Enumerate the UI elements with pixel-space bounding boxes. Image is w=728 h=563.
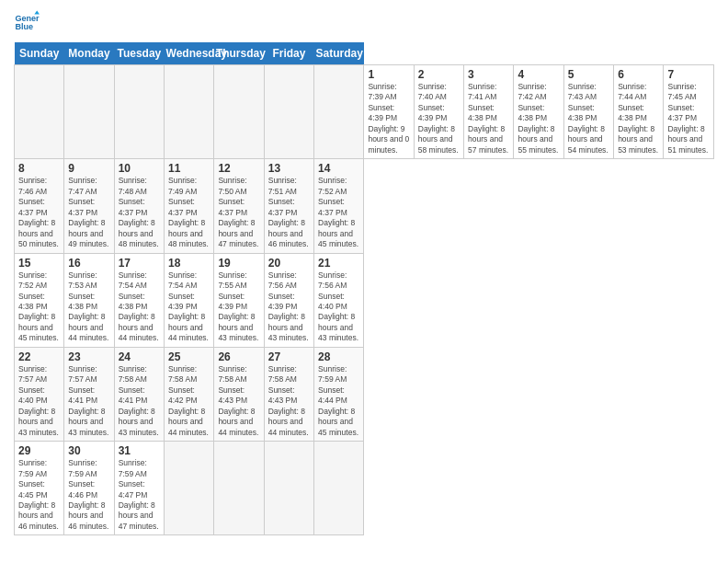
calendar-cell: 14Sunrise: 7:52 AMSunset: 4:37 PMDayligh… [314,159,364,253]
calendar-cell [15,65,64,159]
calendar-cell: 24Sunrise: 7:58 AMSunset: 4:41 PMDayligh… [114,347,164,441]
calendar-cell: 11Sunrise: 7:49 AMSunset: 4:37 PMDayligh… [165,159,214,253]
cell-day-number: 1 [368,68,409,81]
cell-info: Sunrise: 7:42 AMSunset: 4:38 PMDaylight:… [518,82,559,155]
cell-info: Sunrise: 7:58 AMSunset: 4:41 PMDaylight:… [119,364,160,438]
calendar-cell: 23Sunrise: 7:57 AMSunset: 4:41 PMDayligh… [64,347,114,441]
calendar-cell [64,65,114,159]
week-row-4: 22Sunrise: 7:57 AMSunset: 4:40 PMDayligh… [15,347,714,441]
calendar-cell: 18Sunrise: 7:54 AMSunset: 4:39 PMDayligh… [165,253,214,347]
cell-day-number: 31 [119,444,160,457]
cell-info: Sunrise: 7:56 AMSunset: 4:40 PMDaylight:… [318,270,359,344]
cell-day-number: 23 [68,350,109,363]
cell-day-number: 12 [218,162,259,175]
calendar-cell: 21Sunrise: 7:56 AMSunset: 4:40 PMDayligh… [314,253,364,347]
calendar-cell: 7Sunrise: 7:45 AMSunset: 4:37 PMDaylight… [664,65,714,159]
cell-info: Sunrise: 7:45 AMSunset: 4:37 PMDaylight:… [667,82,710,155]
calendar-cell: 29Sunrise: 7:59 AMSunset: 4:45 PMDayligh… [15,442,64,535]
cell-day-number: 20 [268,257,310,270]
cell-info: Sunrise: 7:59 AMSunset: 4:46 PMDaylight:… [68,458,109,532]
day-header-friday: Friday [264,42,313,65]
calendar-cell: 9Sunrise: 7:47 AMSunset: 4:37 PMDaylight… [64,159,114,253]
cell-day-number: 18 [168,257,210,270]
cell-day-number: 7 [667,68,710,81]
cell-day-number: 16 [68,257,109,270]
cell-info: Sunrise: 7:57 AMSunset: 4:41 PMDaylight:… [68,364,109,438]
svg-text:Blue: Blue [15,22,33,31]
calendar-cell: 16Sunrise: 7:53 AMSunset: 4:38 PMDayligh… [64,253,114,347]
cell-day-number: 11 [168,162,210,175]
cell-info: Sunrise: 7:47 AMSunset: 4:37 PMDaylight:… [68,176,109,249]
cell-day-number: 9 [68,162,109,175]
calendar-page: General Blue SundayMondayTuesdayWednesda… [0,0,728,563]
calendar-cell: 30Sunrise: 7:59 AMSunset: 4:46 PMDayligh… [64,442,114,535]
cell-day-number: 26 [218,350,259,363]
cell-info: Sunrise: 7:59 AMSunset: 4:47 PMDaylight:… [119,458,160,532]
cell-info: Sunrise: 7:52 AMSunset: 4:38 PMDaylight:… [18,270,60,344]
header: General Blue [14,9,714,35]
calendar-cell: 8Sunrise: 7:46 AMSunset: 4:37 PMDaylight… [15,159,64,253]
calendar-cell: 15Sunrise: 7:52 AMSunset: 4:38 PMDayligh… [15,253,64,347]
calendar-cell: 17Sunrise: 7:54 AMSunset: 4:38 PMDayligh… [114,253,164,347]
calendar-cell [214,65,264,159]
cell-info: Sunrise: 7:58 AMSunset: 4:42 PMDaylight:… [168,364,210,438]
day-header-thursday: Thursday [214,42,264,65]
cell-info: Sunrise: 7:54 AMSunset: 4:39 PMDaylight:… [168,270,210,344]
calendar-cell: 3Sunrise: 7:41 AMSunset: 4:38 PMDaylight… [464,65,514,159]
calendar-cell: 2Sunrise: 7:40 AMSunset: 4:39 PMDaylight… [414,65,463,159]
calendar-cell: 6Sunrise: 7:44 AMSunset: 4:38 PMDaylight… [614,65,664,159]
calendar-cell: 12Sunrise: 7:50 AMSunset: 4:37 PMDayligh… [214,159,264,253]
cell-info: Sunrise: 7:59 AMSunset: 4:45 PMDaylight:… [18,458,60,532]
week-row-1: 1Sunrise: 7:39 AMSunset: 4:39 PMDaylight… [15,65,714,159]
cell-day-number: 27 [268,350,310,363]
cell-info: Sunrise: 7:49 AMSunset: 4:37 PMDaylight:… [168,176,210,249]
cell-info: Sunrise: 7:58 AMSunset: 4:43 PMDaylight:… [268,364,310,438]
cell-info: Sunrise: 7:39 AMSunset: 4:39 PMDaylight:… [368,82,409,155]
cell-day-number: 17 [119,257,160,270]
calendar-body: 1Sunrise: 7:39 AMSunset: 4:39 PMDaylight… [15,65,714,535]
cell-info: Sunrise: 7:51 AMSunset: 4:37 PMDaylight:… [268,176,310,249]
cell-info: Sunrise: 7:59 AMSunset: 4:44 PMDaylight:… [318,364,359,438]
cell-info: Sunrise: 7:52 AMSunset: 4:37 PMDaylight:… [318,176,359,249]
calendar-cell [314,65,364,159]
cell-info: Sunrise: 7:43 AMSunset: 4:38 PMDaylight:… [568,82,609,155]
calendar-cell: 13Sunrise: 7:51 AMSunset: 4:37 PMDayligh… [264,159,313,253]
day-header-monday: Monday [64,42,114,65]
cell-info: Sunrise: 7:40 AMSunset: 4:39 PMDaylight:… [418,82,460,155]
calendar-cell: 5Sunrise: 7:43 AMSunset: 4:38 PMDaylight… [563,65,613,159]
cell-info: Sunrise: 7:50 AMSunset: 4:37 PMDaylight:… [218,176,259,249]
cell-day-number: 3 [468,68,509,81]
calendar-cell: 22Sunrise: 7:57 AMSunset: 4:40 PMDayligh… [15,347,64,441]
cell-day-number: 8 [18,162,60,175]
day-header-sunday: Sunday [15,42,64,65]
cell-day-number: 2 [418,68,460,81]
cell-day-number: 13 [268,162,310,175]
cell-day-number: 30 [68,444,109,457]
cell-info: Sunrise: 7:44 AMSunset: 4:38 PMDaylight:… [618,82,659,155]
svg-marker-2 [34,10,40,14]
calendar-cell: 25Sunrise: 7:58 AMSunset: 4:42 PMDayligh… [165,347,214,441]
cell-info: Sunrise: 7:53 AMSunset: 4:38 PMDaylight:… [68,270,109,344]
calendar-cell: 26Sunrise: 7:58 AMSunset: 4:43 PMDayligh… [214,347,264,441]
cell-day-number: 5 [568,68,609,81]
cell-day-number: 14 [318,162,359,175]
day-header-tuesday: Tuesday [114,42,164,65]
calendar-cell [314,442,364,535]
cell-day-number: 25 [168,350,210,363]
calendar-table: SundayMondayTuesdayWednesdayThursdayFrid… [14,42,714,535]
cell-info: Sunrise: 7:56 AMSunset: 4:39 PMDaylight:… [268,270,310,344]
svg-text:General: General [15,14,40,23]
calendar-cell: 1Sunrise: 7:39 AMSunset: 4:39 PMDaylight… [364,65,414,159]
days-header-row: SundayMondayTuesdayWednesdayThursdayFrid… [15,42,714,65]
calendar-cell [165,65,214,159]
cell-day-number: 15 [18,257,60,270]
week-row-2: 8Sunrise: 7:46 AMSunset: 4:37 PMDaylight… [15,159,714,253]
cell-day-number: 4 [518,68,559,81]
cell-info: Sunrise: 7:41 AMSunset: 4:38 PMDaylight:… [468,82,509,155]
cell-day-number: 28 [318,350,359,363]
day-header-wednesday: Wednesday [165,42,214,65]
cell-info: Sunrise: 7:46 AMSunset: 4:37 PMDaylight:… [18,176,60,249]
cell-day-number: 21 [318,257,359,270]
calendar-cell [214,442,264,535]
calendar-cell: 4Sunrise: 7:42 AMSunset: 4:38 PMDaylight… [514,65,563,159]
